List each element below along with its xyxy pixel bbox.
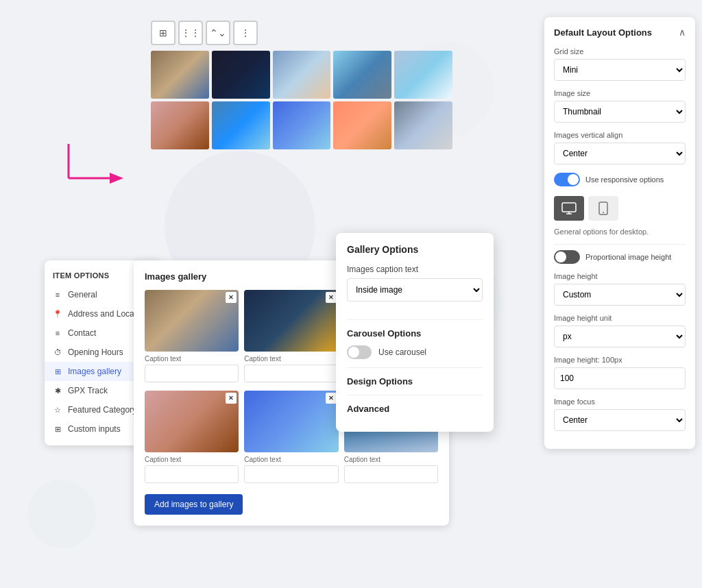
caption-label-2: Caption text [244, 355, 338, 363]
nav-custom-label: Custom inputs [68, 424, 121, 434]
arrow-indicator [62, 137, 130, 195]
collapse-icon[interactable]: ∧ [679, 27, 686, 38]
image-height-select[interactable]: Auto Custom Fixed [554, 284, 686, 306]
height-value-input[interactable] [554, 367, 686, 389]
nav-contact-label: Contact [68, 328, 96, 338]
layout-options-title: Default Layout Options [554, 27, 652, 38]
gallery-panel-item-5: ✕ Caption text [244, 391, 338, 483]
remove-img-1[interactable]: ✕ [226, 292, 237, 303]
caption-input-4[interactable] [145, 465, 239, 483]
gallery-top-img-1 [151, 51, 209, 99]
caption-label-6: Caption text [344, 456, 438, 463]
grid-size-label: Grid size [554, 47, 686, 56]
nav-featured-label: Featured Category [68, 405, 136, 415]
proportional-label: Proportional image height [585, 253, 671, 261]
device-tabs [554, 196, 686, 221]
nav-gpx-label: GPX Track [68, 386, 108, 395]
more-options-btn[interactable]: ⋮ [233, 21, 258, 45]
proportional-toggle[interactable] [554, 250, 580, 264]
gpx-icon: ✱ [53, 386, 62, 395]
caption-label-4: Caption text [145, 456, 239, 463]
responsive-row: Use responsive options [554, 173, 686, 186]
gallery-top-img-10 [394, 101, 452, 149]
vertical-align-select[interactable]: Top Center Bottom [554, 143, 686, 164]
arrows-btn[interactable]: ⌃⌄ [206, 21, 230, 45]
desktop-tab[interactable] [554, 196, 584, 221]
layout-options-header: Default Layout Options ∧ [554, 27, 686, 38]
image-focus-select[interactable]: Center Top Bottom Left Right [554, 409, 686, 431]
custom-inputs-icon: ⊞ [53, 424, 62, 434]
layout-options-panel: Default Layout Options ∧ Grid size Mini … [544, 17, 695, 449]
design-options-title: Design Options [347, 376, 483, 387]
mobile-tab[interactable] [588, 196, 618, 221]
carousel-options-title: Carousel Options [347, 328, 483, 339]
height-unit-label: Image height unit [554, 314, 686, 322]
image-height-label: Image height [554, 272, 686, 280]
responsive-label: Use responsive options [585, 175, 664, 184]
gallery-top-img-9 [333, 101, 391, 149]
nav-gallery-label: Images gallery [68, 367, 121, 376]
vertical-align-label: Images vertical align [554, 131, 686, 139]
images-caption-label: Images caption text [347, 265, 483, 274]
use-carousel-toggle[interactable] [347, 345, 372, 359]
gallery-top-img-5 [394, 51, 452, 99]
gallery-toolbar: ⊞ ⋮⋮ ⌃⌄ ⋮ [151, 21, 452, 45]
svg-rect-3 [562, 203, 576, 212]
gallery-grid-top [151, 51, 452, 149]
panel-img-2[interactable]: ✕ [244, 290, 338, 352]
height-value-label: Image height: 100px [554, 356, 686, 364]
gallery-top-img-7 [212, 101, 270, 149]
advanced-title: Advanced [347, 404, 483, 414]
featured-icon: ☆ [53, 405, 62, 415]
caption-label-5: Caption text [244, 456, 338, 463]
responsive-toggle[interactable] [554, 173, 580, 186]
caption-input-1[interactable] [145, 365, 239, 382]
gallery-options-title: Gallery Options [347, 244, 483, 255]
gallery-top-img-8 [273, 101, 331, 149]
svg-marker-2 [110, 173, 123, 184]
nav-hours-label: Opening Hours [68, 347, 123, 357]
image-focus-label: Image focus [554, 397, 686, 406]
editor-area: ⊞ ⋮⋮ ⌃⌄ ⋮ [55, 21, 452, 149]
grid-icon-btn[interactable]: ⋮⋮ [178, 21, 203, 45]
remove-img-2[interactable]: ✕ [326, 292, 337, 303]
gallery-nav-icon: ⊞ [53, 367, 62, 376]
remove-img-4[interactable]: ✕ [226, 393, 237, 404]
remove-img-5[interactable]: ✕ [326, 393, 337, 404]
use-carousel-row: Use carousel [347, 345, 483, 359]
height-unit-select[interactable]: px em % vh [554, 326, 686, 347]
panel-img-5[interactable]: ✕ [244, 391, 338, 452]
hours-icon: ⏱ [53, 347, 62, 357]
gallery-top-img-4 [333, 51, 391, 99]
use-carousel-label: Use carousel [378, 347, 426, 357]
contact-icon: ≡ [53, 328, 62, 338]
gallery-panel-item-2: ✕ Caption text [244, 290, 338, 382]
caption-input-6[interactable] [344, 465, 438, 483]
general-desc: General options for desktop. [554, 228, 686, 236]
gallery-options-panel: Gallery Options Images caption text Insi… [336, 233, 494, 432]
gallery-panel-item-1: ✕ Caption text [145, 290, 239, 382]
gallery-panel-item-4: ✕ Caption text [145, 391, 239, 483]
grid-size-select[interactable]: Mini Small Medium Large [554, 59, 686, 81]
caption-label-1: Caption text [145, 355, 239, 363]
svg-point-7 [603, 212, 604, 213]
add-images-button[interactable]: Add images to gallery [145, 494, 243, 515]
gallery-top-img-2 [212, 51, 270, 99]
panel-img-4[interactable]: ✕ [145, 391, 239, 452]
gallery-top-img-3 [273, 51, 331, 99]
image-size-label: Image size [554, 89, 686, 97]
general-icon: ≡ [53, 290, 62, 299]
address-icon: 📍 [53, 309, 62, 319]
panel-img-1[interactable]: ✕ [145, 290, 239, 352]
proportional-row: Proportional image height [554, 250, 686, 264]
caption-input-5[interactable] [244, 465, 338, 483]
image-size-select[interactable]: Thumbnail Medium Large Full [554, 101, 686, 123]
nav-general-label: General [68, 290, 97, 299]
caption-input-2[interactable] [244, 365, 338, 382]
gallery-top-img-6 [151, 101, 209, 149]
images-caption-select[interactable]: Inside image Below image None [347, 278, 483, 302]
gallery-icon-btn[interactable]: ⊞ [151, 21, 176, 45]
